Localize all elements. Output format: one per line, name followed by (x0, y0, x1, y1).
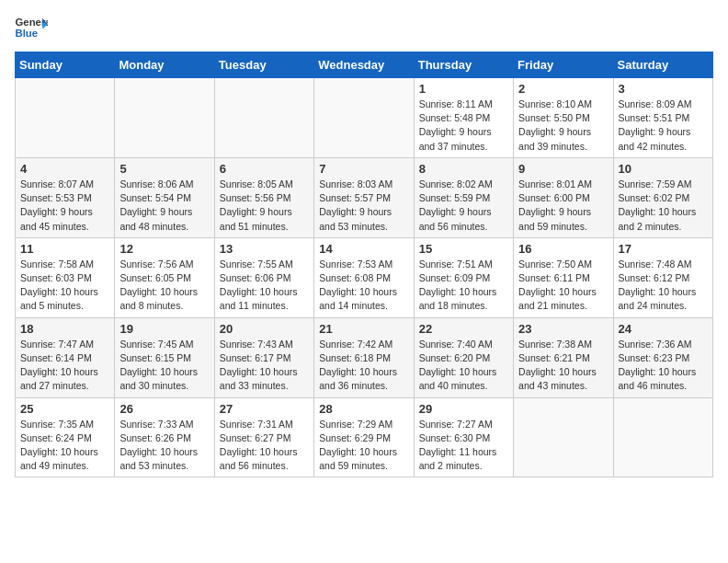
day-info: Sunrise: 7:56 AM Sunset: 6:05 PM Dayligh… (119, 258, 209, 314)
day-number: 17 (619, 242, 708, 256)
day-info: Sunrise: 7:42 AM Sunset: 6:18 PM Dayligh… (319, 338, 408, 394)
day-info: Sunrise: 8:05 AM Sunset: 5:56 PM Dayligh… (220, 178, 309, 234)
calendar-cell (613, 397, 712, 477)
calendar-cell: 23Sunrise: 7:38 AM Sunset: 6:21 PM Dayli… (514, 317, 613, 397)
weekday-header: Sunday (16, 52, 115, 78)
calendar-body: 1Sunrise: 8:11 AM Sunset: 5:48 PM Daylig… (16, 78, 713, 477)
day-info: Sunrise: 7:51 AM Sunset: 6:09 PM Dayligh… (419, 258, 508, 314)
calendar-cell: 19Sunrise: 7:45 AM Sunset: 6:15 PM Dayli… (115, 317, 214, 397)
day-info: Sunrise: 7:48 AM Sunset: 6:12 PM Dayligh… (619, 258, 708, 314)
day-number: 4 (20, 162, 109, 176)
day-info: Sunrise: 8:07 AM Sunset: 5:53 PM Dayligh… (20, 178, 109, 234)
calendar-week-row: 11Sunrise: 7:58 AM Sunset: 6:03 PM Dayli… (16, 237, 713, 317)
day-info: Sunrise: 7:55 AM Sunset: 6:06 PM Dayligh… (220, 258, 309, 314)
calendar-week-row: 1Sunrise: 8:11 AM Sunset: 5:48 PM Daylig… (16, 78, 713, 158)
day-info: Sunrise: 7:45 AM Sunset: 6:15 PM Dayligh… (119, 338, 209, 394)
day-info: Sunrise: 8:09 AM Sunset: 5:51 PM Dayligh… (619, 98, 708, 154)
day-info: Sunrise: 7:50 AM Sunset: 6:11 PM Dayligh… (518, 258, 608, 314)
day-number: 29 (419, 402, 508, 416)
day-info: Sunrise: 7:53 AM Sunset: 6:08 PM Dayligh… (319, 258, 408, 314)
day-number: 21 (319, 322, 408, 336)
calendar-cell: 16Sunrise: 7:50 AM Sunset: 6:11 PM Dayli… (514, 237, 613, 317)
day-number: 22 (419, 322, 508, 336)
calendar-cell (514, 397, 613, 477)
logo: General Blue (15, 15, 48, 40)
day-info: Sunrise: 8:03 AM Sunset: 5:57 PM Dayligh… (319, 178, 408, 234)
day-number: 16 (518, 242, 608, 256)
calendar-cell: 4Sunrise: 8:07 AM Sunset: 5:53 PM Daylig… (16, 157, 115, 237)
calendar-cell: 25Sunrise: 7:35 AM Sunset: 6:24 PM Dayli… (16, 397, 115, 477)
day-number: 8 (419, 162, 508, 176)
day-number: 11 (20, 242, 109, 256)
day-number: 18 (20, 322, 109, 336)
calendar-cell (214, 78, 313, 158)
day-info: Sunrise: 7:33 AM Sunset: 6:26 PM Dayligh… (119, 418, 209, 474)
calendar-cell: 13Sunrise: 7:55 AM Sunset: 6:06 PM Dayli… (214, 237, 313, 317)
calendar-cell: 17Sunrise: 7:48 AM Sunset: 6:12 PM Dayli… (613, 237, 712, 317)
day-number: 27 (220, 402, 309, 416)
svg-text:Blue: Blue (16, 28, 39, 39)
day-info: Sunrise: 7:31 AM Sunset: 6:27 PM Dayligh… (220, 418, 309, 474)
calendar-cell: 5Sunrise: 8:06 AM Sunset: 5:54 PM Daylig… (115, 157, 214, 237)
day-info: Sunrise: 8:10 AM Sunset: 5:50 PM Dayligh… (518, 98, 608, 154)
day-info: Sunrise: 7:27 AM Sunset: 6:30 PM Dayligh… (419, 418, 508, 474)
day-number: 9 (518, 162, 608, 176)
calendar-cell: 9Sunrise: 8:01 AM Sunset: 6:00 PM Daylig… (514, 157, 613, 237)
day-number: 14 (319, 242, 408, 256)
weekday-header: Tuesday (214, 52, 313, 78)
calendar-cell: 21Sunrise: 7:42 AM Sunset: 6:18 PM Dayli… (314, 317, 414, 397)
day-number: 2 (518, 82, 608, 96)
logo-icon: General Blue (15, 15, 48, 40)
day-info: Sunrise: 7:58 AM Sunset: 6:03 PM Dayligh… (20, 258, 109, 314)
calendar-cell (115, 78, 214, 158)
calendar-cell (314, 78, 414, 158)
day-number: 24 (619, 322, 708, 336)
day-info: Sunrise: 7:38 AM Sunset: 6:21 PM Dayligh… (518, 338, 608, 394)
calendar-cell: 27Sunrise: 7:31 AM Sunset: 6:27 PM Dayli… (214, 397, 313, 477)
day-info: Sunrise: 7:35 AM Sunset: 6:24 PM Dayligh… (20, 418, 109, 474)
calendar-cell: 18Sunrise: 7:47 AM Sunset: 6:14 PM Dayli… (16, 317, 115, 397)
calendar-cell: 12Sunrise: 7:56 AM Sunset: 6:05 PM Dayli… (115, 237, 214, 317)
calendar-cell: 1Sunrise: 8:11 AM Sunset: 5:48 PM Daylig… (414, 78, 513, 158)
calendar-cell: 14Sunrise: 7:53 AM Sunset: 6:08 PM Dayli… (314, 237, 414, 317)
day-info: Sunrise: 7:47 AM Sunset: 6:14 PM Dayligh… (20, 338, 109, 394)
calendar-cell: 3Sunrise: 8:09 AM Sunset: 5:51 PM Daylig… (613, 78, 712, 158)
calendar-cell: 7Sunrise: 8:03 AM Sunset: 5:57 PM Daylig… (314, 157, 414, 237)
calendar-cell: 22Sunrise: 7:40 AM Sunset: 6:20 PM Dayli… (414, 317, 513, 397)
calendar-week-row: 18Sunrise: 7:47 AM Sunset: 6:14 PM Dayli… (16, 317, 713, 397)
calendar-cell: 20Sunrise: 7:43 AM Sunset: 6:17 PM Dayli… (214, 317, 313, 397)
day-number: 23 (518, 322, 608, 336)
calendar-table: SundayMondayTuesdayWednesdayThursdayFrid… (15, 52, 713, 477)
calendar-cell: 8Sunrise: 8:02 AM Sunset: 5:59 PM Daylig… (414, 157, 513, 237)
calendar-cell: 11Sunrise: 7:58 AM Sunset: 6:03 PM Dayli… (16, 237, 115, 317)
calendar-week-row: 25Sunrise: 7:35 AM Sunset: 6:24 PM Dayli… (16, 397, 713, 477)
day-info: Sunrise: 8:01 AM Sunset: 6:00 PM Dayligh… (518, 178, 608, 234)
day-number: 13 (220, 242, 309, 256)
day-number: 10 (619, 162, 708, 176)
weekday-header: Wednesday (314, 52, 414, 78)
calendar-cell: 26Sunrise: 7:33 AM Sunset: 6:26 PM Dayli… (115, 397, 214, 477)
day-number: 7 (319, 162, 408, 176)
day-number: 1 (419, 82, 508, 96)
calendar-cell: 29Sunrise: 7:27 AM Sunset: 6:30 PM Dayli… (414, 397, 513, 477)
day-info: Sunrise: 7:36 AM Sunset: 6:23 PM Dayligh… (619, 338, 708, 394)
calendar-cell: 6Sunrise: 8:05 AM Sunset: 5:56 PM Daylig… (214, 157, 313, 237)
calendar-cell: 2Sunrise: 8:10 AM Sunset: 5:50 PM Daylig… (514, 78, 613, 158)
day-number: 6 (220, 162, 309, 176)
day-number: 28 (319, 402, 408, 416)
day-info: Sunrise: 8:02 AM Sunset: 5:59 PM Dayligh… (419, 178, 508, 234)
weekday-header: Monday (115, 52, 214, 78)
day-info: Sunrise: 7:29 AM Sunset: 6:29 PM Dayligh… (319, 418, 408, 474)
calendar-week-row: 4Sunrise: 8:07 AM Sunset: 5:53 PM Daylig… (16, 157, 713, 237)
day-info: Sunrise: 7:40 AM Sunset: 6:20 PM Dayligh… (419, 338, 508, 394)
day-number: 3 (619, 82, 708, 96)
calendar-cell: 28Sunrise: 7:29 AM Sunset: 6:29 PM Dayli… (314, 397, 414, 477)
day-number: 20 (220, 322, 309, 336)
day-number: 12 (119, 242, 209, 256)
day-info: Sunrise: 8:11 AM Sunset: 5:48 PM Dayligh… (419, 98, 508, 154)
weekday-header: Saturday (613, 52, 712, 78)
day-number: 26 (119, 402, 209, 416)
day-info: Sunrise: 7:43 AM Sunset: 6:17 PM Dayligh… (220, 338, 309, 394)
day-number: 25 (20, 402, 109, 416)
weekday-header: Friday (514, 52, 613, 78)
